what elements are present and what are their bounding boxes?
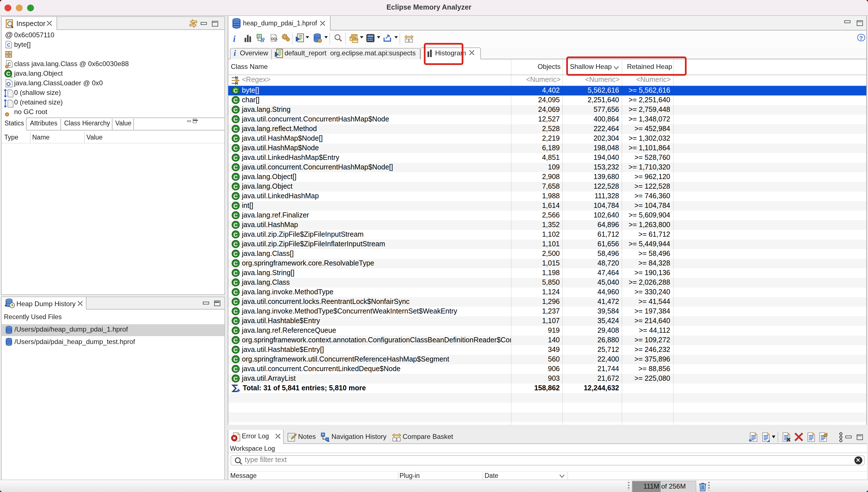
svg-text:s: s — [10, 74, 13, 78]
svg-text:C: C — [7, 42, 10, 47]
svg-text:OQL: OQL — [271, 37, 277, 41]
